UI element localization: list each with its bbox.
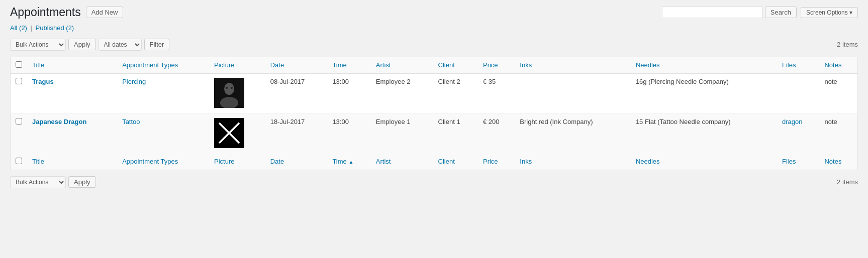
items-count-bottom: 2 items xyxy=(837,178,858,186)
cell-artist: Employee 1 xyxy=(371,113,433,154)
footer-files[interactable]: Files xyxy=(777,154,819,170)
header-date[interactable]: Date xyxy=(265,57,328,73)
footer-notes[interactable]: Notes xyxy=(819,154,857,170)
dates-top-select[interactable]: All dates July 2017 xyxy=(99,39,142,51)
footer-picture: Picture xyxy=(209,154,265,170)
select-all-bottom-checkbox[interactable] xyxy=(16,158,22,164)
add-new-button[interactable]: Add New xyxy=(86,7,124,18)
bottom-tablenav: Bulk Actions Edit Move to Trash Apply 2 … xyxy=(10,173,858,191)
row-checkbox[interactable] xyxy=(16,118,22,124)
footer-time[interactable]: Time ▲ xyxy=(327,154,370,170)
search-button[interactable]: Search xyxy=(765,7,797,18)
cell-title: Tragus xyxy=(27,73,117,113)
page-title: Appointments xyxy=(10,5,81,20)
filter-links: All (2) | Published (2) xyxy=(10,24,858,32)
cell-notes: note xyxy=(819,73,857,113)
cell-files: dragon xyxy=(777,113,819,154)
cell-appointment-types: Piercing xyxy=(117,73,209,113)
footer-inks[interactable]: Inks xyxy=(515,154,631,170)
footer-checkbox-col xyxy=(11,154,28,170)
cell-date: 18-Jul-2017 xyxy=(265,113,328,154)
header-price[interactable]: Price xyxy=(478,57,515,73)
cell-price: € 35 xyxy=(478,73,515,113)
header-time[interactable]: Time xyxy=(327,57,370,73)
cell-artist: Employee 2 xyxy=(371,73,433,113)
cell-client: Client 2 xyxy=(433,73,478,113)
header-appointment-types[interactable]: Appointment Types xyxy=(117,57,209,73)
items-count-top: 2 items xyxy=(837,41,858,48)
header-checkbox-col xyxy=(11,57,28,73)
bulk-actions-bottom-select[interactable]: Bulk Actions Edit Move to Trash xyxy=(10,176,66,188)
all-filter-link[interactable]: All (2) xyxy=(10,24,27,32)
select-all-top-checkbox[interactable] xyxy=(16,61,22,68)
row-checkbox[interactable] xyxy=(16,78,22,84)
table-row: TragusPiercing08-Jul-201713:00Employee 2… xyxy=(11,73,858,113)
title-link[interactable]: Japanese Dragon xyxy=(32,118,86,125)
header-title[interactable]: Title xyxy=(27,57,117,73)
svg-point-4 xyxy=(231,87,233,89)
footer-title[interactable]: Title xyxy=(27,154,117,170)
appointments-table: Title Appointment Types Picture Date Tim… xyxy=(10,57,858,170)
files-link[interactable]: dragon xyxy=(782,118,802,125)
footer-price[interactable]: Price xyxy=(478,154,515,170)
cell-date: 08-Jul-2017 xyxy=(265,73,328,113)
header-artist[interactable]: Artist xyxy=(371,57,433,73)
footer-artist[interactable]: Artist xyxy=(371,154,433,170)
filter-button[interactable]: Filter xyxy=(144,39,170,50)
footer-needles[interactable]: Needles xyxy=(631,154,777,170)
top-tablenav: Bulk Actions Edit Move to Trash Apply Al… xyxy=(10,36,858,54)
footer-appointment-types[interactable]: Appointment Types xyxy=(117,154,209,170)
bulk-actions-top-select[interactable]: Bulk Actions Edit Move to Trash xyxy=(10,39,66,51)
cell-price: € 200 xyxy=(478,113,515,154)
cell-needles: 16g (Piercing Needle Company) xyxy=(631,73,777,113)
svg-point-3 xyxy=(226,87,228,89)
table-row: Japanese DragonTattoo18-Jul-201713:00Emp… xyxy=(11,113,858,154)
header-notes[interactable]: Notes xyxy=(819,57,857,73)
apply-bottom-button[interactable]: Apply xyxy=(68,176,96,188)
screen-options-button[interactable]: Screen Options ▾ xyxy=(801,7,858,18)
svg-point-1 xyxy=(224,83,234,95)
header-picture: Picture xyxy=(209,57,265,73)
header-client[interactable]: Client xyxy=(433,57,478,73)
search-input[interactable] xyxy=(662,7,762,18)
cell-files xyxy=(777,73,819,113)
cell-notes: note xyxy=(819,113,857,154)
table-footer-row: Title Appointment Types Picture Date Tim… xyxy=(11,154,858,170)
title-link[interactable]: Tragus xyxy=(32,78,54,85)
footer-client[interactable]: Client xyxy=(433,154,478,170)
cell-inks xyxy=(515,73,631,113)
cell-title: Japanese Dragon xyxy=(27,113,117,154)
header-inks[interactable]: Inks xyxy=(515,57,631,73)
cell-needles: 15 Flat (Tattoo Needle company) xyxy=(631,113,777,154)
cell-inks: Bright red (Ink Company) xyxy=(515,113,631,154)
cell-time: 13:00 xyxy=(327,73,370,113)
cell-appointment-types: Tattoo xyxy=(117,113,209,154)
published-filter-link[interactable]: Published (2) xyxy=(36,24,74,32)
cell-time: 13:00 xyxy=(327,113,370,154)
cell-picture xyxy=(209,113,265,154)
header-needles[interactable]: Needles xyxy=(631,57,777,73)
header-files[interactable]: Files xyxy=(777,57,819,73)
apply-top-button[interactable]: Apply xyxy=(68,39,96,50)
table-header-row: Title Appointment Types Picture Date Tim… xyxy=(11,57,858,73)
cell-picture xyxy=(209,73,265,113)
footer-date[interactable]: Date xyxy=(265,154,328,170)
cell-client: Client 1 xyxy=(433,113,478,154)
